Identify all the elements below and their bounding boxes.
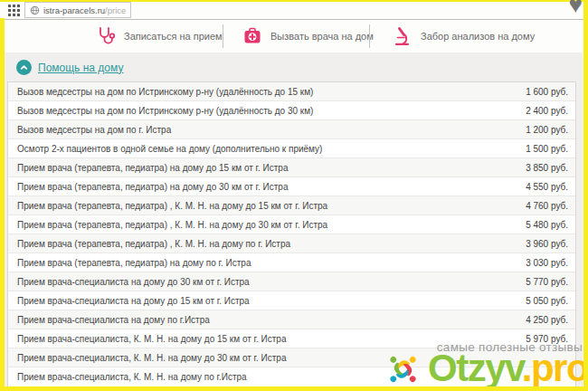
service-name: Прием врача (терапевта, педиатра) , К. М… [8, 220, 526, 230]
service-name: Прием врача-специалиста на дому до 15 км… [8, 296, 526, 306]
service-price: 3 850 руб. [526, 163, 575, 173]
service-price: 4 250 руб. [526, 315, 575, 325]
service-price: 1 600 руб. [526, 87, 575, 97]
service-name: Прием врача (терапевта, педиатра) , К. М… [8, 239, 526, 249]
toolbar-divider [369, 24, 370, 48]
service-price: 3 960 руб. [526, 239, 575, 249]
service-price: 5 770 руб. [526, 277, 575, 287]
url-path: /price [105, 5, 126, 15]
call-doctor-label: Вызвать врача на дом [270, 31, 374, 42]
action-toolbar: Записаться на прием Вызвать врача на дом… [0, 20, 583, 52]
table-row: Прием врача-специалиста на дому до 30 км… [8, 272, 575, 291]
stethoscope-icon [94, 25, 116, 47]
book-appointment-label: Записаться на прием [124, 31, 223, 42]
table-row: Прием врача (терапевта, педиатра) , К. М… [8, 196, 575, 215]
first-aid-kit-icon [242, 26, 262, 46]
otzyv-logo-text: Otzyv.pro [428, 349, 588, 387]
frame-top [0, 0, 588, 2]
address-bar[interactable]: istra-paracels.ru/price [24, 2, 131, 18]
table-row: Осмотр 2-х пациентов в одной семье на до… [8, 139, 575, 158]
service-price: 3 030 руб. [526, 258, 575, 268]
apps-grid-icon[interactable] [8, 5, 11, 7]
service-name: Прием врача (терапевта, педиатра) на дом… [8, 258, 526, 268]
book-appointment-button[interactable]: Записаться на прием [94, 20, 223, 52]
home-tests-label: Забор анализов на дому [421, 31, 535, 42]
service-name: Вызов медсестры на дом по Истринскому р-… [8, 106, 526, 116]
service-name: Прием врача (терапевта, педиатра) на дом… [8, 182, 526, 192]
service-price: 5 050 руб. [526, 296, 575, 306]
service-price: 4 550 руб. [526, 182, 575, 192]
otzyv-watermark: Otzyv.pro [384, 349, 588, 389]
frame-right [583, 0, 588, 391]
service-price: 4 760 руб. [526, 201, 575, 211]
service-price: 5 480 руб. [526, 220, 575, 230]
service-price: 2 400 руб. [526, 106, 575, 116]
microscope-icon [393, 26, 413, 46]
service-name: Прием врача-специалиста на дому по г.Ист… [8, 315, 526, 325]
table-row: Прием врача (терапевта, педиатра) , К. М… [8, 234, 575, 253]
brand-yellow: .pro [522, 347, 588, 389]
service-name: Вызов медсестры на дом по г. Истра [8, 125, 526, 135]
table-row: Прием врача (терапевта, педиатра) на дом… [8, 253, 575, 272]
home-tests-button[interactable]: Забор анализов на дому [393, 20, 535, 52]
bookmark-heart-icon[interactable]: ♥ [569, 0, 583, 16]
screenshot-root: istra-paracels.ru/price ♥ Записаться на … [0, 0, 588, 391]
service-name: Прием врача-специалиста на дому до 30 км… [8, 277, 526, 287]
section-header: Помощь на дому [16, 60, 123, 75]
table-row: Вызов медсестры на дом по г. Истра1 200 … [8, 120, 575, 139]
table-row: Вызов медсестры на дом по Истринскому р-… [8, 82, 575, 101]
frame-bottom [0, 386, 588, 391]
url-host: istra-paracels.ru [43, 5, 105, 15]
table-row: Прием врача (терапевта, педиатра) на дом… [8, 158, 575, 177]
service-name: Прием врача (терапевта, педиатра) на дом… [8, 163, 526, 173]
chevron-up-icon [19, 62, 29, 72]
call-doctor-button[interactable]: Вызвать врача на дом [242, 20, 374, 52]
table-row: Вызов медсестры на дом по Истринскому р-… [8, 101, 575, 120]
url-text: istra-paracels.ru/price [43, 5, 126, 15]
site-favicon-icon [30, 5, 40, 15]
service-price: 1 200 руб. [526, 125, 575, 135]
frame-left [0, 18, 5, 391]
service-name: Прием врача (терапевта, педиатра) , К. М… [8, 201, 526, 211]
table-row: Прием врача-специалиста на дому по г.Ист… [8, 310, 575, 329]
service-name: Осмотр 2-х пациентов в одной семье на до… [8, 144, 526, 154]
service-name: Вызов медсестры на дом по Истринскому р-… [8, 87, 526, 97]
service-price: 1 500 руб. [526, 144, 575, 154]
toolbar-divider [223, 24, 223, 48]
browser-bar: istra-paracels.ru/price [0, 0, 588, 20]
table-row: Прием врача (терапевта, педиатра) на дом… [8, 177, 575, 196]
collapse-section-button[interactable] [16, 60, 32, 75]
otzyv-logo-icon [384, 349, 422, 389]
table-row: Прием врача (терапевта, педиатра) , К. М… [8, 215, 575, 234]
section-link-home-help[interactable]: Помощь на дому [38, 62, 123, 74]
brand-green: Otzyv [428, 347, 522, 389]
table-row: Прием врача-специалиста на дому до 15 км… [8, 291, 575, 310]
